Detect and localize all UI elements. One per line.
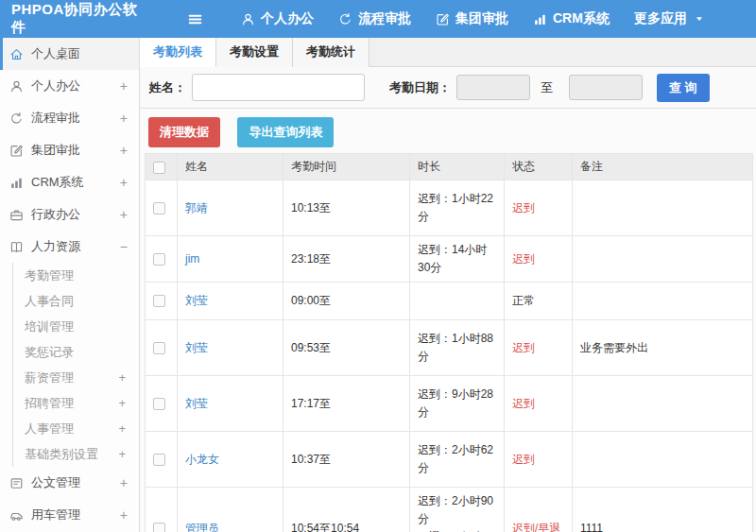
tab-attendance-settings[interactable]: 考勤设置 [216,38,293,67]
duration-cell: 迟到：1小时88分 [410,320,505,376]
nav-group-approval[interactable]: 集团审批 [436,10,508,27]
checkbox-cell [146,283,178,320]
status-cell: 迟到 [505,236,573,283]
select-all-checkbox[interactable] [153,162,165,174]
sidebar-item-group-approval[interactable]: 集团审批+ [0,134,139,166]
expand-icon[interactable]: + [120,507,128,523]
row-checkbox[interactable] [153,202,165,215]
status-text: 迟到 [512,341,535,354]
expand-icon[interactable]: + [120,175,128,190]
row-checkbox[interactable] [153,398,165,410]
sidebar-subitem-training[interactable]: 培训管理 [13,314,139,339]
nav-personal-office[interactable]: 个人办公 [241,10,314,27]
table-row: jim23:18至迟到：14小时30分迟到 [146,236,753,283]
document-icon [9,476,24,490]
action-buttons: 清理数据 导出查询列表 [140,109,756,153]
duration-cell: 迟到：2小时90分早退：7小时10分 [410,488,505,532]
nav-more-apps[interactable]: 更多应用 [634,10,704,27]
sidebar-item-crm-system[interactable]: CRM系统+ [0,166,139,198]
employee-name-link[interactable]: 刘莹 [185,341,208,354]
duration-line: 迟到：2小时62分 [418,441,496,477]
sidebar-subitem-label: 人事管理 [25,420,74,438]
sidebar-subitem-label: 培训管理 [25,318,74,335]
nav-label: 集团审批 [455,10,508,27]
status-cell: 迟到 [505,376,573,432]
tab-attendance-statistics[interactable]: 考勤统计 [293,38,369,67]
nav-label: 个人办公 [261,10,314,27]
duration-line: 迟到：9小时28分 [418,386,496,421]
sidebar-subitem-recruitment[interactable]: 招聘管理+ [13,390,139,416]
attendance-time-cell: 10:37至 [284,432,410,488]
sidebar-item-label: 人力资源 [31,238,80,255]
sidebar-item-workflow-approval[interactable]: 流程审批+ [0,102,139,134]
sidebar-item-document-mgmt[interactable]: 公文管理+ [0,467,139,499]
employee-name-link[interactable]: jim [185,252,199,266]
row-checkbox[interactable] [153,454,165,466]
nav-workflow-approval[interactable]: 流程审批 [338,10,411,27]
employee-name-link[interactable]: 小龙女 [185,453,219,466]
row-checkbox[interactable] [153,295,165,307]
date-from-input[interactable] [456,75,530,100]
sidebar-subitems-group: 考勤管理人事合同培训管理奖惩记录薪资管理+招聘管理+人事管理+基础类别设置+ [12,263,139,467]
expand-icon[interactable]: + [118,396,126,410]
sidebar-item-hr[interactable]: 人力资源− [0,231,139,263]
sidebar-subitem-attendance[interactable]: 考勤管理 [13,263,139,288]
table-row: 郭靖10:13至迟到：1小时22分迟到 [146,180,753,236]
column-header: 姓名 [178,154,284,180]
sidebar-subitem-label: 奖惩记录 [25,344,74,361]
expand-icon[interactable]: + [118,447,126,461]
tab-attendance-list[interactable]: 考勤列表 [140,38,216,67]
expand-icon[interactable]: + [118,370,126,385]
attendance-time-cell: 23:18至 [284,236,410,283]
name-filter-input[interactable] [192,74,365,101]
remark-cell [573,432,753,488]
expand-icon[interactable]: + [120,78,128,94]
expand-icon[interactable]: + [118,421,126,436]
sidebar-subitem-personnel[interactable]: 人事管理+ [13,416,139,441]
duration-cell: 迟到：14小时30分 [410,236,505,283]
name-cell: 小龙女 [178,432,284,488]
employee-name-link[interactable]: 刘莹 [185,294,208,307]
date-to-input[interactable] [569,75,643,100]
menu-toggle[interactable] [187,11,203,27]
sidebar-subitem-hr-contract[interactable]: 人事合同 [13,288,139,314]
duration-cell: 迟到：2小时62分 [410,432,505,488]
employee-name-link[interactable]: 刘莹 [185,397,208,410]
status-text: 迟到 [512,397,535,410]
flow-icon [338,12,352,26]
employee-name-link[interactable]: 郭靖 [185,201,208,215]
expand-icon[interactable]: + [120,475,128,490]
export-list-button[interactable]: 导出查询列表 [237,117,334,147]
search-button[interactable]: 查 询 [657,74,710,102]
column-header: 备注 [573,154,753,180]
sidebar-item-personal-office[interactable]: 个人办公+ [0,70,139,102]
sidebar-item-admin-office[interactable]: 行政办公+ [0,198,139,231]
status-cell: 正常 [505,283,573,320]
duration-line: 迟到：1小时22分 [418,190,496,226]
expand-icon[interactable]: + [120,111,128,126]
sidebar-subitem-base-category[interactable]: 基础类别设置+ [13,441,139,467]
row-checkbox[interactable] [153,523,165,532]
clear-data-button[interactable]: 清理数据 [148,117,220,147]
expand-icon[interactable]: + [120,143,128,158]
person-icon [9,79,24,94]
remark-cell [573,180,753,236]
table-row: 管理员10:54至10:54迟到：2小时90分早退：7小时10分迟到/早退111… [146,488,753,532]
sidebar-item-personal-desktop[interactable]: 个人桌面 [0,38,139,70]
sidebar-item-vehicle-mgmt[interactable]: 用车管理+ [0,499,139,531]
duration-line: 迟到：1小时88分 [418,330,496,366]
attendance-time-cell: 10:54至10:54 [284,488,410,532]
edit-icon [9,144,24,158]
row-checkbox[interactable] [153,342,165,354]
sidebar-subitem-label: 考勤管理 [25,267,74,284]
table-row: 刘莹09:53至迟到：1小时88分迟到业务需要外出 [146,320,753,376]
sidebar-subitem-salary[interactable]: 薪资管理+ [13,365,139,390]
employee-name-link[interactable]: 管理员 [185,522,219,532]
expand-icon[interactable]: + [120,207,128,222]
row-checkbox[interactable] [153,253,165,266]
nav-crm-system[interactable]: CRM系统 [533,10,610,27]
status-text: 正常 [512,294,535,307]
collapse-icon[interactable]: − [120,239,128,254]
sidebar-subitem-label: 招聘管理 [25,395,74,412]
sidebar-subitem-reward-punish[interactable]: 奖惩记录 [13,339,139,365]
